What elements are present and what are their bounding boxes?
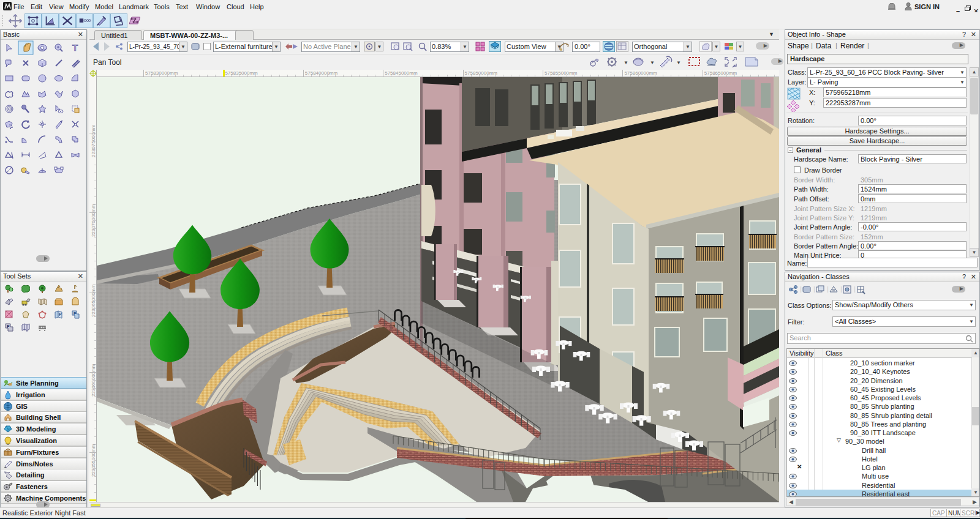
svg-text:P: P: [7, 324, 10, 329]
svg-text:P: P: [74, 312, 77, 316]
svg-text:T: T: [72, 42, 78, 53]
svg-text:P: P: [59, 312, 62, 316]
